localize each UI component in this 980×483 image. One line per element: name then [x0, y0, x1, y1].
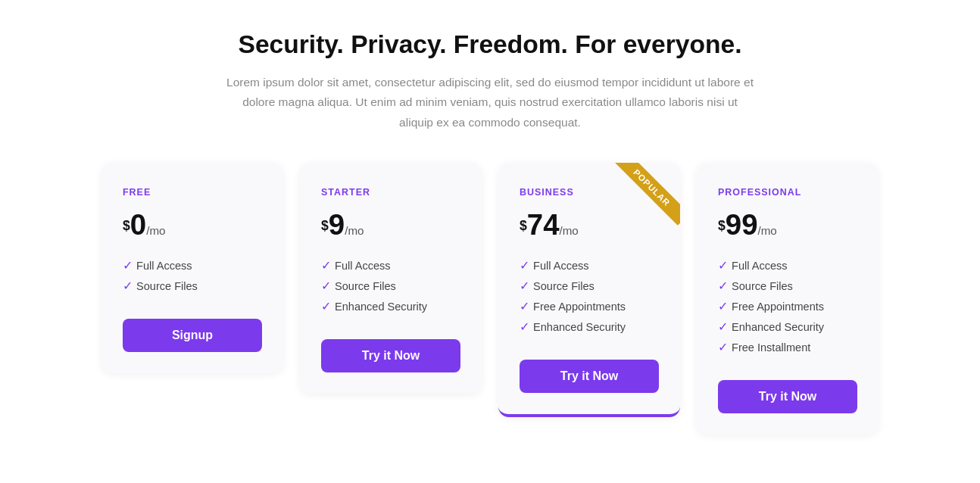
feature-text: Source Files: [732, 280, 793, 292]
price-amount: 9: [329, 208, 345, 241]
check-icon: ✓: [520, 258, 529, 273]
plan-feature-item: ✓Enhanced Security: [321, 299, 460, 313]
feature-text: Source Files: [533, 280, 595, 292]
plan-button-free[interactable]: Signup: [123, 319, 262, 352]
plan-price-starter: $9/mo: [321, 208, 460, 242]
plan-feature-item: ✓Free Appointments: [520, 299, 659, 313]
check-icon: ✓: [123, 279, 133, 293]
plan-feature-item: ✓Source Files: [123, 279, 262, 293]
currency-symbol: $: [123, 218, 130, 233]
currency-symbol: $: [718, 218, 726, 233]
check-icon: ✓: [321, 258, 331, 273]
feature-text: Free Appointments: [533, 301, 626, 313]
popular-label: popular: [613, 163, 680, 226]
check-icon: ✓: [718, 319, 728, 334]
feature-text: Free Installment: [732, 341, 810, 354]
check-icon: ✓: [718, 299, 728, 313]
price-period: /mo: [146, 224, 165, 237]
plans-container: FREE$0/mo✓Full Access✓Source FilesSignup…: [101, 163, 879, 435]
plan-card-business: popularBUSINESS$74/mo✓Full Access✓Source…: [498, 163, 680, 417]
check-icon: ✓: [520, 319, 529, 334]
plan-feature-item: ✓Source Files: [520, 279, 659, 293]
feature-text: Full Access: [732, 260, 788, 272]
plan-feature-item: ✓Free Appointments: [718, 299, 857, 313]
price-period: /mo: [758, 224, 777, 237]
check-icon: ✓: [321, 299, 331, 313]
hero-section: Security. Privacy. Freedom. For everyone…: [225, 30, 755, 132]
plan-feature-item: ✓Source Files: [718, 279, 857, 293]
plan-price-free: $0/mo: [123, 208, 262, 242]
plan-button-professional[interactable]: Try it Now: [718, 380, 857, 413]
check-icon: ✓: [520, 299, 529, 313]
feature-text: Enhanced Security: [533, 321, 626, 333]
feature-text: Enhanced Security: [335, 301, 427, 313]
plan-feature-item: ✓Free Installment: [718, 340, 857, 354]
plan-features-business: ✓Full Access✓Source Files✓Free Appointme…: [520, 258, 659, 340]
popular-ribbon: popular: [612, 163, 680, 231]
plan-price-professional: $99/mo: [718, 208, 857, 242]
feature-text: Free Appointments: [732, 301, 824, 313]
price-period: /mo: [560, 224, 579, 237]
plan-feature-item: ✓Full Access: [718, 258, 857, 273]
hero-title: Security. Privacy. Freedom. For everyone…: [225, 30, 755, 59]
check-icon: ✓: [718, 258, 728, 273]
price-amount: 74: [527, 208, 560, 241]
check-icon: ✓: [520, 279, 529, 293]
plan-label-starter: STARTER: [321, 187, 460, 198]
feature-text: Source Files: [136, 280, 198, 292]
plan-features-free: ✓Full Access✓Source Files: [123, 258, 262, 299]
check-icon: ✓: [123, 258, 133, 273]
plan-feature-item: ✓Full Access: [321, 258, 460, 273]
feature-text: Full Access: [335, 260, 391, 272]
feature-text: Full Access: [136, 260, 192, 272]
price-amount: 0: [130, 208, 146, 241]
check-icon: ✓: [718, 340, 728, 354]
plan-button-business[interactable]: Try it Now: [520, 360, 659, 393]
price-period: /mo: [345, 224, 364, 237]
check-icon: ✓: [718, 279, 728, 293]
price-amount: 99: [726, 208, 758, 241]
plan-features-starter: ✓Full Access✓Source Files✓Enhanced Secur…: [321, 258, 460, 319]
plan-features-professional: ✓Full Access✓Source Files✓Free Appointme…: [718, 258, 857, 360]
plan-label-professional: PROFESSIONAL: [718, 187, 857, 198]
plan-feature-item: ✓Enhanced Security: [520, 319, 659, 334]
check-icon: ✓: [321, 279, 331, 293]
plan-feature-item: ✓Full Access: [520, 258, 659, 273]
plan-feature-item: ✓Enhanced Security: [718, 319, 857, 334]
plan-button-starter[interactable]: Try it Now: [321, 339, 460, 372]
plan-feature-item: ✓Full Access: [123, 258, 262, 273]
feature-text: Enhanced Security: [732, 321, 824, 333]
plan-card-starter: STARTER$9/mo✓Full Access✓Source Files✓En…: [300, 163, 482, 394]
plan-card-professional: PROFESSIONAL$99/mo✓Full Access✓Source Fi…: [697, 163, 879, 435]
feature-text: Source Files: [335, 280, 396, 292]
plan-feature-item: ✓Source Files: [321, 279, 460, 293]
plan-card-free: FREE$0/mo✓Full Access✓Source FilesSignup: [101, 163, 283, 373]
hero-description: Lorem ipsum dolor sit amet, consectetur …: [225, 73, 755, 132]
plan-label-free: FREE: [123, 187, 262, 198]
feature-text: Full Access: [533, 260, 589, 272]
currency-symbol: $: [321, 218, 329, 233]
currency-symbol: $: [520, 218, 527, 233]
